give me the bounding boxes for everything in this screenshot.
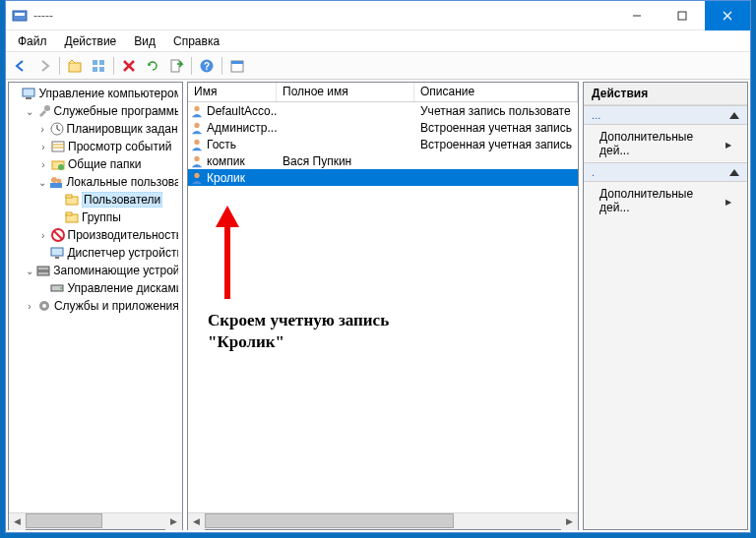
tree-label: Диспетчер устройств bbox=[67, 246, 178, 260]
toolbar-separator bbox=[221, 57, 222, 75]
tree-node-storage[interactable]: ⌄ Запоминающие устройс bbox=[9, 262, 182, 279]
svg-rect-39 bbox=[37, 271, 49, 275]
actions-group-label: . bbox=[592, 166, 595, 178]
menu-file[interactable]: Файл bbox=[10, 32, 55, 50]
up-button[interactable] bbox=[64, 55, 86, 77]
scroll-right-button[interactable]: ▶ bbox=[165, 513, 182, 530]
expander-icon[interactable]: ⌄ bbox=[23, 266, 35, 276]
export-button[interactable] bbox=[165, 55, 187, 77]
scroll-track[interactable] bbox=[205, 513, 561, 530]
titlebar: ----- bbox=[6, 1, 750, 30]
user-icon bbox=[190, 121, 204, 135]
expander-icon[interactable]: › bbox=[36, 230, 50, 241]
svg-rect-37 bbox=[55, 257, 59, 259]
refresh-button[interactable] bbox=[142, 55, 163, 77]
maximize-button[interactable] bbox=[660, 1, 705, 30]
tree-hscrollbar[interactable]: ◀ ▶ bbox=[9, 512, 182, 529]
svg-point-46 bbox=[194, 139, 199, 144]
scroll-right-button[interactable]: ▶ bbox=[561, 513, 578, 530]
back-button[interactable] bbox=[10, 55, 32, 77]
user-name: Гость bbox=[207, 138, 236, 151]
svg-rect-18 bbox=[23, 89, 34, 96]
computer-icon bbox=[21, 86, 36, 101]
list-hscrollbar[interactable]: ◀ ▶ bbox=[188, 512, 578, 529]
user-row[interactable]: DefaultAcco...Учетная запись пользовате bbox=[188, 102, 578, 119]
scroll-left-button[interactable]: ◀ bbox=[9, 513, 26, 530]
tree-node-event-viewer[interactable]: › Просмотр событий bbox=[9, 138, 182, 155]
tree-label: Запоминающие устройс bbox=[53, 264, 178, 277]
calendar-button[interactable] bbox=[226, 55, 248, 77]
svg-rect-8 bbox=[99, 60, 104, 65]
expander-icon[interactable]: › bbox=[23, 301, 36, 312]
tree-label: Общие папки bbox=[68, 157, 141, 171]
menu-help[interactable]: Справка bbox=[165, 32, 227, 50]
user-row[interactable]: компикВася Пупкин bbox=[188, 152, 578, 169]
tree-node-device-manager[interactable]: Диспетчер устройств bbox=[9, 244, 182, 262]
expander-icon[interactable]: ⌄ bbox=[36, 177, 48, 188]
user-list[interactable]: DefaultAcco...Учетная запись пользоватеА… bbox=[188, 102, 578, 512]
expander-icon[interactable]: ⌄ bbox=[23, 106, 36, 117]
tree-node-users[interactable]: Пользователи bbox=[9, 191, 182, 209]
tree-node-root[interactable]: Управление компьютером (л bbox=[9, 85, 182, 102]
column-fullname[interactable]: Полное имя bbox=[277, 83, 414, 101]
menu-view[interactable]: Вид bbox=[126, 32, 163, 50]
tree-node-scheduler[interactable]: › Планировщик заданий bbox=[9, 120, 182, 138]
actions-more-item[interactable]: Дополнительные дей... bbox=[584, 125, 747, 162]
console-tree[interactable]: Управление компьютером (л ⌄ Служебные пр… bbox=[9, 83, 182, 512]
svg-rect-10 bbox=[99, 67, 104, 72]
list-header: Имя Полное имя Описание bbox=[188, 83, 578, 102]
services-icon bbox=[36, 298, 52, 314]
scroll-track[interactable] bbox=[26, 513, 165, 530]
actions-group-header[interactable]: ... bbox=[584, 105, 747, 125]
column-description[interactable]: Описание bbox=[414, 83, 578, 101]
expander-icon[interactable]: › bbox=[36, 142, 50, 152]
tools-icon bbox=[36, 103, 52, 119]
app-icon bbox=[12, 8, 28, 24]
svg-rect-33 bbox=[66, 212, 72, 215]
user-icon bbox=[190, 154, 204, 168]
menu-action[interactable]: Действие bbox=[57, 32, 125, 50]
scroll-left-button[interactable]: ◀ bbox=[188, 513, 205, 530]
scroll-thumb[interactable] bbox=[26, 513, 102, 528]
svg-line-35 bbox=[54, 231, 62, 239]
expander-icon[interactable]: › bbox=[36, 124, 49, 135]
svg-rect-38 bbox=[37, 267, 49, 270]
minimize-button[interactable] bbox=[614, 1, 660, 30]
tree-node-groups[interactable]: Группы bbox=[9, 209, 182, 226]
user-row[interactable]: Кролик bbox=[188, 169, 578, 186]
tree-node-disk-management[interactable]: Управление дисками bbox=[9, 279, 182, 297]
tree-node-performance[interactable]: › Производительность bbox=[9, 226, 182, 244]
actions-group-header[interactable]: . bbox=[584, 162, 747, 182]
tree-node-system-tools[interactable]: ⌄ Служебные программы bbox=[9, 102, 182, 120]
delete-button[interactable] bbox=[118, 55, 140, 77]
tree-label: Управление дисками bbox=[67, 281, 178, 295]
shared-folder-icon bbox=[50, 156, 66, 172]
help-button[interactable]: ? bbox=[196, 55, 218, 77]
svg-rect-17 bbox=[231, 61, 243, 64]
expander-icon[interactable]: › bbox=[36, 159, 50, 170]
forward-button[interactable] bbox=[33, 55, 55, 77]
user-row[interactable]: ГостьВстроенная учетная запись bbox=[188, 136, 578, 152]
actions-item-label: Дополнительные дей... bbox=[599, 130, 725, 157]
svg-point-27 bbox=[51, 177, 57, 183]
disk-icon bbox=[49, 280, 65, 296]
scroll-thumb[interactable] bbox=[205, 513, 454, 528]
window-controls bbox=[614, 1, 750, 30]
grid-button[interactable] bbox=[88, 55, 109, 77]
actions-header: Действия bbox=[584, 83, 747, 105]
svg-rect-36 bbox=[51, 248, 63, 256]
tree-label: Группы bbox=[82, 210, 121, 224]
user-icon bbox=[190, 171, 204, 185]
tree-label: Просмотр событий bbox=[68, 140, 171, 153]
close-button[interactable] bbox=[705, 1, 750, 30]
tree-label: Службы и приложения bbox=[54, 299, 178, 313]
tree-node-shared-folders[interactable]: › Общие папки bbox=[9, 155, 182, 173]
svg-rect-13 bbox=[171, 60, 179, 72]
collapse-icon bbox=[729, 112, 739, 119]
tree-node-local-users[interactable]: ⌄ Локальные пользовате bbox=[9, 173, 182, 191]
actions-more-item[interactable]: Дополнительные дей... bbox=[584, 182, 747, 219]
tree-node-services[interactable]: › Службы и приложения bbox=[9, 297, 182, 315]
user-description: Учетная запись пользовате bbox=[420, 104, 571, 118]
user-row[interactable]: Администр...Встроенная учетная запись bbox=[188, 119, 578, 136]
column-name[interactable]: Имя bbox=[188, 83, 277, 101]
